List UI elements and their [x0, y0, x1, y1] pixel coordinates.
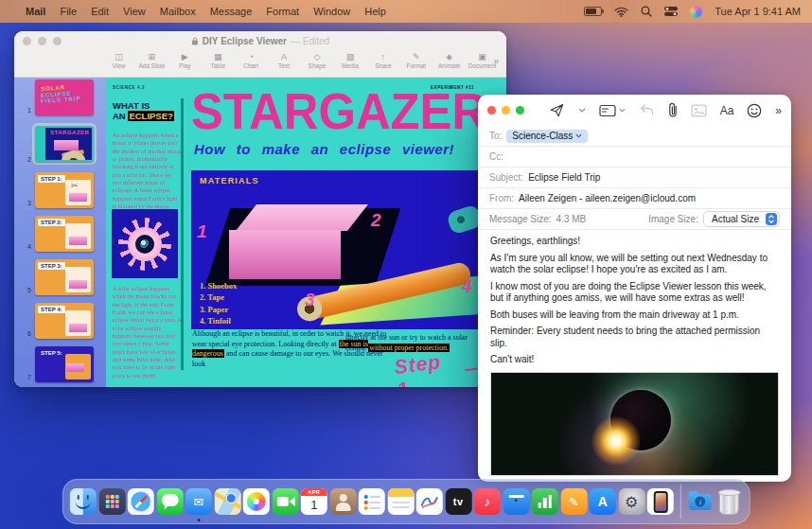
share-icon: ↑ — [381, 52, 386, 62]
dock-notes[interactable] — [387, 488, 414, 515]
message-body[interactable]: Greetings, earthlings! As I'm sure you a… — [478, 230, 791, 395]
slide-canvas[interactable]: SCIENCE 4.2 EXPERIMENT #11 WHAT IS AN EC… — [106, 78, 506, 387]
menu-bar-clock[interactable]: Tue Apr 1 9:41 AM — [715, 6, 801, 17]
siri-icon[interactable] — [690, 6, 702, 18]
dock-facetime[interactable] — [272, 488, 298, 515]
dock-downloads[interactable] — [687, 488, 714, 515]
desktop-wallpaper: Mail File Edit View Mailbox Message Form… — [0, 0, 812, 529]
menu-bar: Mail File Edit View Mailbox Message Form… — [0, 0, 812, 23]
menu-item-window[interactable]: Window — [313, 6, 350, 17]
eclipse-photo-attachment[interactable] — [490, 372, 779, 476]
media-button[interactable]: ▨ Media — [333, 52, 366, 69]
dock-reminders[interactable] — [359, 488, 385, 515]
slide-subtitle: How to make an eclipse viewer! — [194, 141, 454, 157]
more-toolbar-chevron[interactable]: » — [775, 104, 782, 117]
header-fields-button[interactable] — [599, 104, 626, 117]
table-button[interactable]: ▦ Table — [202, 52, 235, 69]
zoom-button[interactable] — [516, 106, 524, 115]
play-icon: ▶ — [182, 52, 188, 62]
play-button[interactable]: ▶ Play — [168, 52, 202, 69]
image-size-select[interactable]: Actual Size — [703, 211, 780, 227]
menu-item-message[interactable]: Message — [210, 6, 253, 17]
slide-thumbnail-3[interactable]: 3 STEP 1: ✂ — [23, 172, 106, 208]
slide-title: STARGAZER — [191, 81, 486, 140]
dock-iphone-mirroring[interactable] — [647, 488, 674, 515]
dock-photos[interactable] — [243, 488, 270, 515]
document-icon: ▣ — [478, 52, 486, 62]
send-button[interactable] — [549, 102, 565, 118]
wifi-icon[interactable] — [614, 7, 628, 17]
keynote-toolbar: ◫ View ⊞ Add Slide ▶ Play ▦ Table ◔ Char… — [14, 50, 506, 78]
from-value: Aileen Zeigen - aileen.zeigen@icloud.com — [519, 193, 696, 203]
toolbar-overflow-chevron[interactable]: » — [493, 56, 499, 66]
animate-button[interactable]: ◈ Animate — [432, 52, 466, 69]
edited-label: — Edited — [291, 36, 329, 46]
control-center-icon[interactable] — [664, 7, 678, 16]
close-button[interactable] — [487, 106, 496, 115]
insert-photo-button[interactable] — [691, 104, 707, 117]
menu-item-mailbox[interactable]: Mailbox — [160, 6, 196, 17]
menu-item-format[interactable]: Format — [266, 6, 299, 17]
menu-item-help[interactable]: Help — [364, 6, 386, 17]
battery-icon[interactable] — [584, 7, 602, 16]
dock-launchpad[interactable] — [98, 488, 125, 515]
menu-item-file[interactable]: File — [60, 6, 77, 17]
format-button[interactable]: ✎ Format — [399, 52, 432, 69]
cc-field[interactable]: Cc: — [478, 147, 791, 168]
to-field[interactable]: To: Science-Class — [478, 126, 791, 147]
dock-freeform[interactable] — [416, 488, 443, 515]
materials-panel: MATERIALS 1 2 3 4 1. Shoebox 2. Tape 3. … — [191, 170, 506, 329]
share-button[interactable]: ↑ Share — [366, 52, 399, 69]
shape-button[interactable]: ◇ Shape — [301, 52, 334, 69]
emoji-button[interactable] — [747, 103, 762, 118]
reply-button[interactable] — [639, 104, 655, 116]
dock-apple-tv[interactable]: tv — [445, 488, 471, 515]
dock-trash[interactable] — [715, 488, 742, 515]
dock-messages[interactable] — [156, 488, 183, 515]
recipient-token[interactable]: Science-Class — [506, 130, 588, 143]
dock-safari[interactable] — [128, 488, 154, 515]
lock-icon — [191, 37, 199, 45]
dock-keynote[interactable] — [503, 488, 529, 515]
dock-numbers[interactable] — [532, 488, 558, 515]
slide-thumbnail-2-selected[interactable]: 2 STARGAZER — [23, 123, 106, 165]
slide-thumbnail-1[interactable]: 1 SOLAR ECLIPSE FIELD TRIP — [23, 79, 106, 115]
chart-button[interactable]: ◔ Chart — [235, 52, 268, 69]
mail-toolbar[interactable]: Aa » — [478, 95, 791, 126]
materials-list: 1. Shoebox 2. Tape 3. Paper 4. Tinfoil — [200, 280, 237, 326]
body-paragraph: Reminder: Every student needs to bring t… — [490, 326, 779, 349]
dock-pages[interactable]: ✎ — [560, 488, 587, 515]
menu-item-edit[interactable]: Edit — [91, 6, 109, 17]
dock-maps[interactable] — [214, 488, 240, 515]
slide-thumbnail-5[interactable]: 5 STEP 3: — [23, 259, 106, 295]
dock-calendar[interactable]: APR 1 — [301, 488, 327, 515]
menu-item-view[interactable]: View — [123, 6, 146, 17]
slide-thumbnail-6[interactable]: 6 STEP 4: — [23, 303, 106, 339]
eclipse-heading: WHAT IS AN ECLIPSE? — [113, 100, 174, 121]
dock-music[interactable]: ♪ — [474, 488, 501, 515]
table-icon: ▦ — [214, 52, 222, 62]
subject-field[interactable]: Subject: Eclipse Field Trip — [478, 168, 791, 188]
send-options-chevron[interactable] — [578, 108, 586, 113]
minimize-button[interactable] — [502, 106, 510, 115]
text-icon: A — [281, 52, 287, 62]
slide-thumbnail-4[interactable]: 4 STEP 2: — [23, 216, 106, 252]
view-button[interactable]: ◫ View — [102, 52, 135, 69]
add-slide-button[interactable]: ⊞ Add Slide — [135, 52, 168, 69]
menu-item-mail[interactable]: Mail — [26, 6, 45, 17]
materials-label: MATERIALS — [200, 176, 259, 185]
dock-app-store[interactable]: A — [590, 488, 616, 515]
chevron-down-icon — [575, 133, 582, 138]
dock-finder[interactable] — [70, 488, 97, 515]
keynote-titlebar[interactable]: DIY Eclipse Viewer — Edited — [14, 31, 506, 50]
dock-mail[interactable]: ✉ — [185, 488, 212, 515]
dock-contacts[interactable] — [329, 488, 356, 515]
from-field[interactable]: From: Aileen Zeigen - aileen.zeigen@iclo… — [478, 188, 791, 209]
text-button[interactable]: A Text — [268, 52, 301, 69]
dock-system-settings[interactable]: ⚙ — [618, 488, 644, 515]
search-icon[interactable] — [641, 6, 652, 17]
shoebox-illustration — [229, 230, 341, 279]
format-text-button[interactable]: Aa — [720, 104, 734, 117]
slide-thumbnail-7[interactable]: 7 STEP 5: — [23, 346, 106, 382]
attach-button[interactable] — [668, 102, 678, 118]
